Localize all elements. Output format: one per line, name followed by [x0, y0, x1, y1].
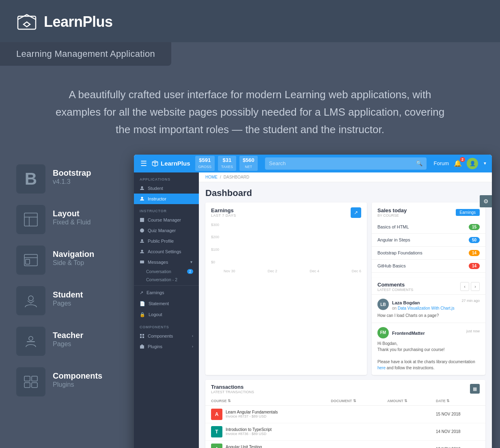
feature-components[interactable]: Components Plugins — [16, 362, 126, 402]
avatar[interactable]: 👤 — [467, 158, 478, 169]
comment-link-1[interactable]: Data Visualization With Chart.js — [398, 306, 455, 310]
sidebar-item-account-settings[interactable]: Account Settings — [134, 246, 199, 257]
app-body: APPLICATIONS Student Instructor INSTRUCT… — [134, 172, 492, 448]
sales-subtitle: BY COURSE — [377, 213, 407, 218]
sales-item-angular: Angular in Steps 50 — [372, 234, 485, 247]
feature-bootstrap[interactable]: B Bootstrap v4.1.3 — [16, 159, 126, 199]
comment-time-1: 27 min ago — [461, 299, 480, 303]
features-sidebar: B Bootstrap v4.1.3 Layout Fixed & Fluid — [8, 155, 134, 448]
sales-badge-angular: 50 — [469, 237, 480, 243]
forum-link[interactable]: Forum — [434, 160, 449, 166]
feature-components-subtitle: Plugins — [53, 381, 102, 388]
app-navbar: ☰ LearnPlus $591 GROSS $31 TAXES $560 NE… — [134, 155, 492, 172]
comment-here-link[interactable]: here — [377, 366, 386, 370]
sidebar-item-statement[interactable]: 📄 Statement — [134, 298, 199, 309]
breadcrumb-dashboard: DASHBOARD — [224, 175, 249, 179]
comment-time-2: just now — [466, 329, 480, 333]
breadcrumb-home[interactable]: HOME — [205, 175, 218, 179]
svg-rect-1 — [24, 213, 37, 226]
svg-rect-6 — [26, 259, 30, 264]
notification-bell[interactable]: 🔔 2 — [454, 159, 462, 167]
sidebar-item-quiz-manager[interactable]: ? Quiz Manager — [134, 225, 199, 236]
sidebar-item-public-profile[interactable]: Public Profile — [134, 236, 199, 246]
page-title: Dashboard — [205, 188, 485, 198]
feature-components-title: Components — [53, 370, 102, 381]
sidebar-sub-conversation2[interactable]: Conversation - 2 — [134, 276, 199, 284]
table-row: T Introduction to TypeScript Invoice #87… — [205, 423, 485, 440]
transactions-icon-btn[interactable]: ▦ — [470, 384, 480, 394]
sidebar-item-student[interactable]: Student — [134, 183, 199, 194]
teacher-icon — [16, 327, 45, 356]
transactions-subtitle: LATEST TRANSACTIONS — [211, 390, 254, 394]
svg-rect-19 — [140, 261, 144, 263]
feature-navigation[interactable]: Navigation Side & Top — [16, 240, 126, 280]
feature-layout-title: Layout — [53, 208, 91, 219]
feature-teacher[interactable]: Teacher Pages — [16, 321, 126, 362]
logo-text: LearnPlus — [44, 13, 113, 30]
sales-badge-html: 15 — [469, 224, 480, 230]
search-input[interactable] — [269, 160, 413, 166]
sales-title: Sales today — [377, 207, 407, 213]
breadcrumb: HOME / DASHBOARD — [199, 172, 492, 182]
search-box[interactable]: 🔍 — [265, 157, 427, 170]
sales-badge-github: 14 — [469, 263, 480, 269]
comment-2: FM FrontendMatter just now Hi Bogdan,Tha… — [372, 323, 485, 375]
sales-header: Sales today BY COURSE Earnings — [372, 202, 485, 221]
sidebar-item-logout[interactable]: 🔒 Logout — [134, 309, 199, 320]
comments-prev[interactable]: ‹ — [460, 282, 469, 291]
feature-teacher-title: Teacher — [53, 330, 83, 340]
main-content: B Bootstrap v4.1.3 Layout Fixed & Fluid — [0, 155, 500, 448]
dashboard-grid: Earnings LAST 7 DAYS ↗ $300 $200 $100 $0 — [199, 202, 492, 380]
hero-description: A beautifully crafted user interface for… — [49, 86, 451, 138]
notification-badge: 2 — [460, 157, 465, 162]
nav-stat-net: $560 NET — [239, 156, 258, 171]
comments-subtitle: LATEST COMMENTS — [377, 288, 413, 292]
sidebar-item-components[interactable]: Components › — [134, 331, 199, 341]
sidebar-item-course-manager[interactable]: Course Manager — [134, 215, 199, 225]
settings-cog[interactable]: ⚙ — [480, 195, 492, 207]
sidebar-item-instructor[interactable]: Instructor — [134, 194, 199, 204]
earnings-icon-btn[interactable]: ↗ — [351, 207, 361, 218]
sidebar-sub-conversation[interactable]: Conversation 2 — [134, 267, 199, 276]
comment-on-1: on Data Visualization With Chart.js — [392, 306, 480, 310]
comment-1: LB Laza Bogdan 27 min ago on Data Visual… — [372, 294, 485, 323]
subtitle-text: Learning Management Application — [16, 49, 155, 59]
transactions-table: COURSE ⇅ DOCUMENT ⇅ AMOUNT ⇅ DATE ⇅ A — [205, 396, 485, 448]
svg-rect-21 — [142, 334, 144, 336]
feature-student[interactable]: Student Pages — [16, 280, 126, 321]
transactions-panel: Transactions LATEST TRANSACTIONS ▦ COURS… — [205, 380, 485, 448]
svg-text:?: ? — [141, 229, 143, 232]
components-icon — [16, 367, 45, 396]
comments-next[interactable]: › — [471, 282, 480, 291]
comment-avatar-1: LB — [377, 299, 389, 310]
feature-navigation-title: Navigation — [53, 249, 94, 259]
trans-course-2: T Introduction to TypeScript Invoice #87… — [205, 423, 325, 440]
feature-student-title: Student — [53, 289, 83, 300]
nav-stat-taxes: $31 TAXES — [218, 156, 236, 171]
feature-layout-subtitle: Fixed & Fluid — [53, 219, 91, 226]
earnings-panel-header: Earnings LAST 7 DAYS ↗ — [205, 202, 367, 220]
sidebar-item-earnings[interactable]: ↗ Earnings — [134, 287, 199, 298]
sidebar-item-plugins[interactable]: Plugins › — [134, 341, 199, 352]
svg-rect-24 — [140, 345, 144, 349]
page-header: Dashboard — [199, 182, 492, 202]
hamburger-icon[interactable]: ☰ — [139, 157, 149, 170]
app-main: HOME / DASHBOARD Dashboard Earnings — [199, 172, 492, 448]
sales-panel: Sales today BY COURSE Earnings Basics of… — [372, 202, 485, 375]
comments-nav: ‹ › — [460, 282, 480, 291]
earnings-button[interactable]: Earnings — [456, 209, 480, 216]
messages-chevron: ▼ — [190, 260, 193, 264]
svg-rect-10 — [24, 376, 30, 381]
trans-course-3: A Angular Unit Testing Invoice #8735 - $… — [205, 440, 325, 448]
header: LearnPlus — [0, 0, 500, 42]
bootstrap-foundations-label: Bootstrap Foundations — [377, 250, 422, 255]
avatar-chevron[interactable]: ▼ — [483, 161, 487, 166]
student-icon — [16, 286, 45, 315]
sidebar-item-messages[interactable]: Messages ▼ — [134, 257, 199, 267]
feature-layout[interactable]: Layout Fixed & Fluid — [16, 199, 126, 240]
feature-navigation-subtitle: Side & Top — [53, 259, 94, 267]
svg-point-17 — [141, 239, 143, 241]
svg-point-18 — [141, 250, 143, 252]
chart-bars — [224, 223, 361, 265]
svg-rect-22 — [140, 336, 142, 338]
